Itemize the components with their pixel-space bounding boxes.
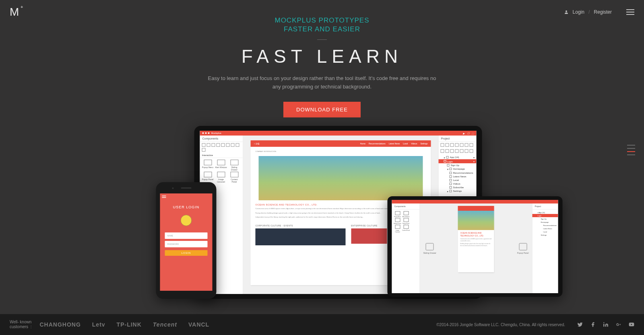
device-phone: USER LOGIN NAME PASSWORD LOGIN [156,182,217,299]
twitter-icon[interactable] [577,322,583,327]
user-icon [564,10,569,14]
headline: FAST LEARN [0,45,644,67]
login-link[interactable]: Login [573,9,584,15]
avatar [181,215,192,226]
divider [317,39,327,40]
copyright: ©2014-2016 Jongde Software LLC. Chengdu,… [436,323,565,327]
download-button[interactable]: DOWNLOAD FREE [283,102,361,117]
svg-point-0 [566,10,567,12]
hamburger-icon [162,195,166,198]
facebook-icon[interactable] [590,322,596,327]
youtube-icon[interactable] [629,322,634,327]
auth-separator: / [588,9,590,15]
customers-label: Well- knowncustomers : [10,320,31,329]
name-input: NAME [165,232,208,239]
customer-logos: CHANGHONG Letv TP-LINK Tencent VANCL [39,321,209,328]
linkedin-icon[interactable] [603,322,609,327]
tagline: MOCKPLUS PROTOTYPES FASTER AND EASIER [0,16,644,34]
tool-row [200,142,243,153]
googleplus-icon[interactable] [616,322,621,327]
device-showcase: Mockplus ▶☐⬚ Components Interactive Popu… [156,126,488,299]
hero-image [259,156,423,200]
subtext: Easy to learn and just focus on your des… [205,74,439,91]
app-titlebar: Mockplus ▶☐⬚ [200,131,477,136]
login-title: USER LOGIN [160,205,213,209]
password-input: PASSWORD [165,241,208,247]
menu-button[interactable] [626,9,634,15]
section-indicator[interactable] [627,145,635,155]
register-link[interactable]: Register [594,9,612,15]
login-button: LOGIN [165,250,208,256]
device-tablet: Components Popup Menu Alert Window Slidi… [388,196,563,297]
